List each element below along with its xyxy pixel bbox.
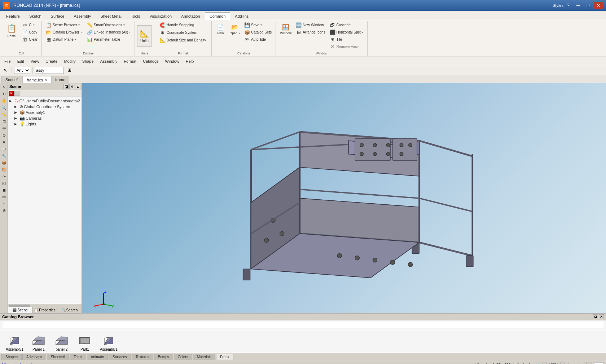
menu-file[interactable]: File — [1, 58, 14, 64]
tool-catalog[interactable]: 📦 — [1, 159, 7, 166]
coordinate-system-btn[interactable]: ⊕ Coordinate System — [158, 29, 199, 36]
clear-btn[interactable]: 🗑 Clear — [20, 36, 39, 43]
tab-shapes[interactable]: Shapes — [1, 354, 22, 360]
doc-tab-scene1[interactable]: Scene1 — [1, 76, 23, 83]
search-input[interactable] — [35, 67, 64, 74]
scene-tab-scene[interactable]: 🎬 Scene — [8, 307, 32, 313]
maximize-btn[interactable]: □ — [584, 2, 593, 9]
menu-create[interactable]: Create — [43, 58, 60, 64]
tab-advshaps[interactable]: Advshaps — [22, 354, 46, 360]
tab-surfaces[interactable]: Surfaces — [109, 354, 131, 360]
copy-btn[interactable]: 📄 Copy — [20, 29, 39, 36]
menu-view[interactable]: View — [28, 58, 42, 64]
tile-btn[interactable]: ⊞ Tile — [328, 36, 365, 43]
save-catalog-btn[interactable]: 💾 Save ▾ — [242, 22, 273, 28]
status-assy-input[interactable]: assy — [594, 363, 604, 364]
catalog-close-btn[interactable]: ✕ — [599, 314, 604, 319]
ribbon-tab-annotation[interactable]: Annotation — [176, 12, 205, 20]
tab-materials[interactable]: Materials — [193, 354, 216, 360]
ribbon-tab-sketch[interactable]: Sketch — [25, 12, 46, 20]
tool-select[interactable]: ↖ — [1, 84, 7, 90]
menu-help[interactable]: Help — [183, 58, 197, 64]
cascade-btn[interactable]: 🗗 Cascade — [328, 22, 365, 28]
scene-options-btn[interactable] — [14, 91, 19, 96]
catalog-item-assembly1-1[interactable]: Assembly1 — [4, 332, 25, 353]
zoom-plus-btn[interactable]: + — [560, 363, 565, 364]
tree-lights[interactable]: ▶ 💡 Lights — [14, 121, 81, 127]
scene-panel-pin[interactable]: ◪ — [63, 84, 69, 89]
tab-bumps[interactable]: Bumps — [154, 354, 173, 360]
tool-render[interactable]: 🎨 — [1, 166, 7, 173]
minimize-btn[interactable]: ─ — [574, 2, 583, 9]
tool-pan[interactable]: ✋ — [1, 98, 7, 104]
doc-tab-frameics[interactable]: frame.ics ✕ — [23, 76, 51, 83]
filter-clear-btn[interactable]: ✕ — [9, 91, 14, 96]
tool-section[interactable]: ⊘ — [1, 132, 7, 138]
select-tool-btn[interactable]: ↖ — [1, 66, 9, 74]
tree-cameras[interactable]: ▶ 📷 Cameras — [14, 115, 81, 121]
catalog-item-part1[interactable]: Part1 — [75, 332, 94, 353]
smart-dimensions-btn[interactable]: 📏 SmartDimensions ▾ — [85, 22, 133, 28]
tool-zoom[interactable]: 🔍 — [1, 105, 7, 111]
scene-tab-search[interactable]: 🔍 Search — [57, 307, 82, 313]
toolbar-btn-hierarchy[interactable]: ⊞ — [65, 66, 73, 74]
catalog-browser-btn[interactable]: 📂 Catalog Browser ▾ — [44, 29, 84, 36]
scene-panel-expand[interactable]: ▴ — [75, 84, 80, 89]
horiz-split-btn[interactable]: ⬛ Horizontal Split ▾ — [328, 29, 365, 36]
tab-sheetmtl[interactable]: Sheetmtl — [47, 354, 69, 360]
scene-browser-btn[interactable]: 📋 Scene Browser ▾ — [44, 22, 84, 28]
catalog-item-assembly1-2[interactable]: Assembly1 — [98, 332, 119, 353]
catalog-sets-btn[interactable]: 📦 Catalog Sets — [242, 29, 273, 36]
tool-point[interactable]: • — [1, 200, 7, 207]
handle-snapping-btn[interactable]: 🧲 Handle Snapping — [158, 22, 196, 28]
doc-tab-frame[interactable]: frame — [51, 76, 69, 83]
tool-annotation[interactable]: A — [1, 139, 7, 145]
tab-frank[interactable]: Frank — [216, 354, 233, 360]
ribbon-tab-assembly[interactable]: Assembly — [69, 12, 96, 20]
scene-tab-properties[interactable]: 📋 Properties — [32, 307, 57, 313]
tree-assembly1[interactable]: ▶ 📦 Assembly1 — [14, 110, 81, 115]
linked-instances-btn[interactable]: 🔗 Linked Instances (All) ▾ — [85, 29, 133, 36]
catalog-pin-btn[interactable]: ◪ — [593, 314, 598, 319]
open-catalog-btn[interactable]: 📂 Open ▾ — [228, 22, 242, 36]
help-btn[interactable]: ? — [563, 2, 573, 9]
tool-sheet[interactable]: ▭ — [1, 194, 7, 200]
datum-plane-btn[interactable]: ▦ Datum Plane ▾ — [44, 36, 84, 43]
menu-format[interactable]: Format — [121, 58, 139, 64]
menu-modify[interactable]: Modify — [61, 58, 78, 64]
tab-animatn[interactable]: Animatn — [87, 354, 108, 360]
close-btn[interactable]: ✕ — [594, 2, 603, 9]
paste-btn[interactable]: 📋 Paste — [4, 22, 19, 39]
scroll-thumb[interactable] — [9, 305, 30, 307]
tool-rotate[interactable]: ↻ — [1, 91, 7, 97]
new-catalog-btn[interactable]: 📄 New — [214, 22, 227, 36]
ribbon-tab-surface[interactable]: Surface — [46, 12, 69, 20]
menu-window[interactable]: Window — [162, 58, 182, 64]
ribbon-tab-sheetmetal[interactable]: Sheet Metal — [96, 12, 126, 20]
tool-assembly[interactable]: 🔧 — [1, 152, 7, 159]
catalog-search-input[interactable] — [3, 322, 603, 328]
tool-solid[interactable]: ◼ — [1, 187, 7, 193]
autohide-btn[interactable]: 👁 AutoHide — [242, 36, 273, 43]
menu-shape[interactable]: Shape — [79, 58, 97, 64]
tool-view[interactable]: 👁 — [1, 125, 7, 132]
ribbon-tab-feature[interactable]: Feature — [1, 12, 25, 20]
window-btn[interactable]: 🪟 Window — [278, 22, 293, 36]
tool-curve[interactable]: 〜 — [1, 173, 7, 179]
tab-colors[interactable]: Colors — [174, 354, 192, 360]
default-size-btn[interactable]: 📐 Default Size and Density — [158, 37, 208, 44]
tool-constraint[interactable]: ⊞ — [1, 146, 7, 152]
tree-global-coord[interactable]: ▶ ⊕ Global Coordinate System — [14, 104, 81, 110]
tool-extra1[interactable]: ⊕ — [1, 207, 7, 214]
catalog-item-panel2[interactable]: panel 2 — [52, 332, 71, 353]
parameter-table-btn[interactable]: 📊 Parameter Table — [85, 36, 133, 43]
tree-root-path[interactable]: ▶ 🗂 C:\Users\Public\Documents\data\2 — [9, 98, 81, 104]
tab-tools[interactable]: Tools — [70, 354, 86, 360]
scene-panel-close[interactable]: ✕ — [69, 84, 74, 89]
ribbon-tab-common[interactable]: Common — [205, 12, 230, 20]
menu-edit[interactable]: Edit — [14, 58, 27, 64]
tool-surface2[interactable]: ◱ — [1, 180, 7, 186]
units-btn[interactable]: 📐 Units — [137, 25, 152, 47]
menu-assembly[interactable]: Assembly — [97, 58, 120, 64]
new-window-btn[interactable]: 🆕 New Window — [294, 22, 327, 28]
